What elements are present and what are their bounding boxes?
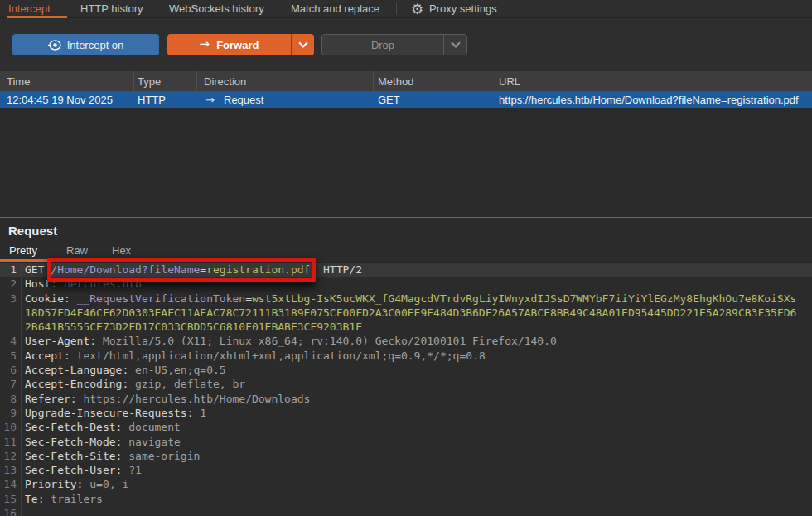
drop-button[interactable]: Drop (321, 34, 467, 55)
line-number: 14 (0, 477, 17, 491)
request-line: 7Accept-Encoding: gzip, deflate, br (0, 377, 812, 391)
forward-label: Forward (216, 39, 259, 51)
tab-pretty[interactable]: Pretty (9, 244, 37, 257)
table-row-selected[interactable]: 12:04:45 19 Nov 2025 HTTP → Request GET … (0, 91, 812, 108)
request-line: 6Accept-Language: en-US,en;q=0.5 (0, 363, 812, 377)
drop-label: Drop (322, 39, 443, 51)
request-line: 10Sec-Fetch-Dest: document (0, 420, 812, 434)
cell-time: 12:04:45 19 Nov 2025 (7, 94, 113, 106)
tab-http-history[interactable]: HTTP history (80, 2, 143, 15)
col-direction[interactable]: Direction (204, 75, 246, 88)
column-separator (373, 71, 374, 91)
request-line: 2B641B5555CE73D2FD17C033CBDD5C6810F01EBA… (0, 320, 812, 334)
column-separator (133, 71, 134, 91)
request-editor[interactable]: 1GET /Home/Download?fileName=registratio… (0, 262, 812, 516)
line-number: 6 (0, 363, 17, 377)
tab-match-and-replace[interactable]: Match and replace (291, 2, 379, 15)
intercept-table-header: Time Type Direction Method URL (0, 71, 812, 91)
request-line: 16 (0, 506, 812, 516)
line-number: 10 (0, 420, 17, 434)
line-number: 15 (0, 492, 17, 506)
line-number: 11 (0, 435, 17, 449)
intercept-eye-icon (48, 40, 61, 51)
line-number: 3 (0, 292, 17, 306)
chevron-down-icon (298, 38, 307, 47)
intercept-on-label: Intercept on (67, 39, 124, 51)
request-line: 13Sec-Fetch-User: ?1 (0, 463, 812, 477)
column-separator (495, 71, 495, 91)
request-line: 11Sec-Fetch-Mode: navigate (0, 435, 812, 449)
request-panel-title: Request (8, 224, 57, 238)
col-url[interactable]: URL (499, 75, 520, 88)
request-line: 14Priority: u=0, i (0, 477, 812, 491)
request-line: 8Referer: https://hercules.htb/Home/Down… (0, 392, 812, 406)
line-number: 7 (0, 377, 17, 391)
forward-dropdown[interactable] (292, 41, 314, 48)
table-empty-area (0, 108, 812, 217)
line-number: 1 (0, 263, 17, 277)
col-method[interactable]: Method (378, 75, 413, 88)
col-time[interactable]: Time (7, 75, 30, 88)
line-number: 4 (0, 334, 17, 348)
tab-bar-divider (396, 3, 397, 15)
request-line: 18D57ED4F46CF62D0303EAEC11AEAC78C72111B3… (0, 306, 812, 320)
tab-raw[interactable]: Raw (66, 244, 88, 257)
line-number: 2 (0, 277, 17, 291)
cell-direction: Request (224, 94, 263, 106)
request-line: 15Te: trailers (0, 492, 812, 506)
forward-button[interactable]: → Forward (167, 34, 314, 55)
cell-type: HTTP (138, 94, 166, 106)
line-number: 5 (0, 349, 17, 363)
line-number: 16 (0, 506, 17, 516)
proxy-settings-link[interactable]: Proxy settings (429, 2, 497, 15)
annotation-red-box (47, 258, 316, 282)
column-separator (196, 71, 197, 91)
tab-hex[interactable]: Hex (112, 244, 131, 257)
direction-arrow-icon: → (205, 94, 215, 106)
cell-method: GET (378, 94, 400, 106)
request-line: 3Cookie: __RequestVerificationToken=wst5… (0, 292, 812, 306)
drop-dropdown[interactable] (444, 41, 466, 48)
line-number: 8 (0, 392, 17, 406)
col-type[interactable]: Type (138, 75, 161, 88)
cell-url: https://hercules.htb/Home/Download?fileN… (499, 94, 799, 106)
request-line: 4User-Agent: Mozilla/5.0 (X11; Linux x86… (0, 334, 812, 348)
request-line: 12Sec-Fetch-Site: same-origin (0, 449, 812, 463)
line-number: 12 (0, 449, 17, 463)
tab-websockets-history[interactable]: WebSockets history (169, 2, 264, 15)
forward-arrow-icon: → (200, 36, 210, 51)
chevron-down-icon (451, 38, 460, 47)
proxy-tab-bar: Intercept HTTP history WebSockets histor… (0, 0, 812, 18)
line-number: 9 (0, 406, 17, 420)
request-line: 5Accept: text/html,application/xhtml+xml… (0, 349, 812, 363)
line-number: 13 (0, 463, 17, 477)
gear-icon[interactable]: ⚙ (411, 1, 423, 17)
active-tab-underline (7, 16, 67, 18)
tab-intercept[interactable]: Intercept (8, 2, 51, 15)
gutter-divider (21, 263, 22, 516)
request-line: 9Upgrade-Insecure-Requests: 1 (0, 406, 812, 420)
intercept-on-button[interactable]: Intercept on (12, 34, 159, 55)
